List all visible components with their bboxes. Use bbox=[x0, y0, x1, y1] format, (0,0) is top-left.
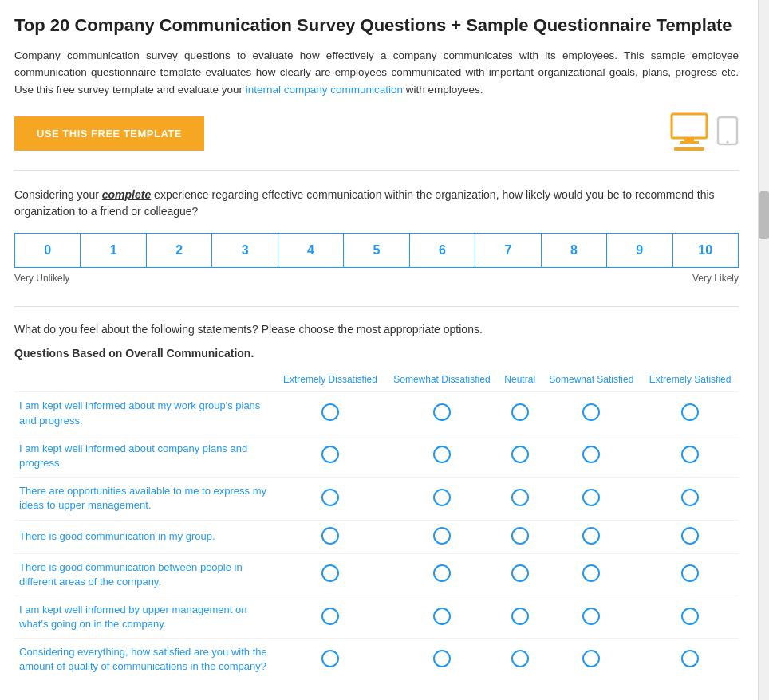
nps-cell-0[interactable]: 0 bbox=[15, 234, 81, 267]
radio-button[interactable] bbox=[681, 527, 699, 545]
radio-button[interactable] bbox=[582, 650, 600, 667]
radio-cell[interactable] bbox=[275, 478, 385, 520]
radio-button[interactable] bbox=[511, 650, 529, 667]
radio-button[interactable] bbox=[681, 608, 699, 625]
radio-cell[interactable] bbox=[385, 596, 499, 638]
radio-cell[interactable] bbox=[641, 553, 739, 596]
table-row: There is good communication in my group. bbox=[14, 520, 739, 553]
use-template-button[interactable]: USE THIS FREE TEMPLATE bbox=[14, 116, 204, 151]
scrollbar-thumb[interactable] bbox=[759, 191, 769, 239]
radio-button[interactable] bbox=[681, 403, 699, 421]
nps-cell-1[interactable]: 1 bbox=[81, 234, 146, 267]
radio-cell[interactable] bbox=[385, 435, 499, 477]
radio-button[interactable] bbox=[321, 527, 339, 545]
radio-cell[interactable] bbox=[641, 392, 739, 435]
radio-cell[interactable] bbox=[275, 392, 385, 435]
radio-cell[interactable] bbox=[275, 520, 385, 553]
nps-cell-4[interactable]: 4 bbox=[278, 234, 344, 267]
radio-button[interactable] bbox=[681, 650, 699, 667]
radio-cell[interactable] bbox=[275, 435, 385, 477]
radio-button[interactable] bbox=[511, 527, 529, 545]
section-divider-1 bbox=[14, 170, 739, 171]
radio-cell[interactable] bbox=[385, 639, 499, 681]
radio-button[interactable] bbox=[582, 446, 600, 463]
radio-cell[interactable] bbox=[542, 639, 641, 681]
radio-cell[interactable] bbox=[641, 596, 739, 638]
radio-cell[interactable] bbox=[275, 639, 385, 681]
radio-cell[interactable] bbox=[641, 520, 739, 553]
radio-cell[interactable] bbox=[499, 520, 542, 553]
nps-cell-6[interactable]: 6 bbox=[410, 234, 475, 267]
radio-button[interactable] bbox=[433, 650, 451, 667]
radio-cell[interactable] bbox=[641, 639, 739, 681]
nps-cell-2[interactable]: 2 bbox=[147, 234, 212, 267]
row-label: There is good communication in my group. bbox=[14, 520, 275, 553]
radio-cell[interactable] bbox=[542, 435, 641, 477]
radio-button[interactable] bbox=[511, 489, 529, 506]
radio-button[interactable] bbox=[321, 489, 339, 506]
nps-cell-10[interactable]: 10 bbox=[673, 234, 738, 267]
radio-button[interactable] bbox=[321, 446, 339, 463]
radio-button[interactable] bbox=[582, 403, 600, 421]
radio-button[interactable] bbox=[433, 608, 451, 625]
svg-rect-2 bbox=[680, 141, 699, 144]
device-icons bbox=[670, 112, 739, 151]
nps-label-high: Very Likely bbox=[692, 273, 739, 284]
radio-button[interactable] bbox=[511, 608, 529, 625]
nps-cell-7[interactable]: 7 bbox=[475, 234, 541, 267]
radio-button[interactable] bbox=[321, 650, 339, 667]
radio-cell[interactable] bbox=[641, 478, 739, 520]
matrix-section-title: Questions Based on Overall Communication… bbox=[14, 347, 739, 360]
table-row: I am kept well informed by upper managem… bbox=[14, 596, 739, 638]
nps-labels: Very Unlikely Very Likely bbox=[14, 273, 739, 284]
radio-button[interactable] bbox=[681, 446, 699, 463]
radio-cell[interactable] bbox=[542, 478, 641, 520]
radio-cell[interactable] bbox=[385, 520, 499, 553]
radio-cell[interactable] bbox=[499, 478, 542, 520]
radio-button[interactable] bbox=[582, 527, 600, 545]
monitor-icon[interactable] bbox=[670, 112, 708, 151]
radio-cell[interactable] bbox=[275, 553, 385, 596]
table-row: There is good communication between peop… bbox=[14, 553, 739, 596]
row-label: I am kept well informed by upper managem… bbox=[14, 596, 275, 638]
radio-button[interactable] bbox=[433, 564, 451, 582]
radio-button[interactable] bbox=[433, 403, 451, 421]
radio-cell[interactable] bbox=[499, 553, 542, 596]
radio-cell[interactable] bbox=[542, 520, 641, 553]
radio-cell[interactable] bbox=[499, 435, 542, 477]
radio-button[interactable] bbox=[511, 403, 529, 421]
radio-cell[interactable] bbox=[542, 553, 641, 596]
radio-button[interactable] bbox=[321, 608, 339, 625]
radio-cell[interactable] bbox=[499, 392, 542, 435]
radio-button[interactable] bbox=[433, 489, 451, 506]
radio-cell[interactable] bbox=[275, 596, 385, 638]
monitor-underline bbox=[674, 147, 704, 151]
radio-button[interactable] bbox=[681, 564, 699, 582]
table-row: I am kept well informed about my work gr… bbox=[14, 392, 739, 435]
radio-button[interactable] bbox=[433, 446, 451, 463]
radio-cell[interactable] bbox=[499, 596, 542, 638]
radio-button[interactable] bbox=[582, 608, 600, 625]
nps-cell-3[interactable]: 3 bbox=[212, 234, 278, 267]
radio-button[interactable] bbox=[511, 564, 529, 582]
radio-cell[interactable] bbox=[542, 596, 641, 638]
radio-button[interactable] bbox=[681, 489, 699, 506]
nps-cell-5[interactable]: 5 bbox=[344, 234, 409, 267]
mobile-icon[interactable] bbox=[716, 116, 739, 146]
matrix-section: What do you feel about the following sta… bbox=[14, 323, 739, 680]
radio-cell[interactable] bbox=[641, 435, 739, 477]
radio-cell[interactable] bbox=[542, 392, 641, 435]
radio-button[interactable] bbox=[321, 564, 339, 582]
scrollbar[interactable] bbox=[758, 0, 769, 700]
radio-button[interactable] bbox=[511, 446, 529, 463]
radio-button[interactable] bbox=[433, 527, 451, 545]
nps-cell-8[interactable]: 8 bbox=[542, 234, 607, 267]
radio-cell[interactable] bbox=[385, 392, 499, 435]
radio-cell[interactable] bbox=[385, 478, 499, 520]
radio-cell[interactable] bbox=[385, 553, 499, 596]
nps-cell-9[interactable]: 9 bbox=[607, 234, 672, 267]
radio-button[interactable] bbox=[321, 403, 339, 421]
radio-button[interactable] bbox=[582, 564, 600, 582]
radio-cell[interactable] bbox=[499, 639, 542, 681]
radio-button[interactable] bbox=[582, 489, 600, 506]
